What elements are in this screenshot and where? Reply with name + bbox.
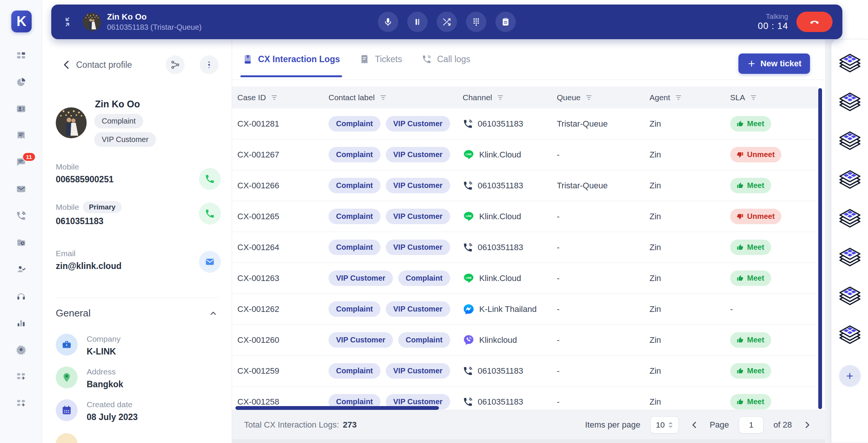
call-mobile-button[interactable] <box>199 168 221 190</box>
new-ticket-button[interactable]: New ticket <box>738 53 810 74</box>
page-number-input[interactable]: 1 <box>739 416 764 434</box>
tab-tickets[interactable]: Tickets <box>359 39 402 79</box>
collapse-call-bar-icon[interactable] <box>61 15 74 28</box>
channel-cell: LINEKlink.Cloud <box>463 272 557 284</box>
interaction-stack-item[interactable] <box>838 246 862 270</box>
agent-cell: Zin <box>649 366 730 376</box>
interaction-stack-item[interactable] <box>838 130 862 154</box>
case-id-cell: CX-001281 <box>237 119 329 129</box>
collapse-chevron-icon[interactable] <box>208 309 218 318</box>
tab-cx-interaction-logs[interactable]: CX Interaction Logs <box>243 39 340 79</box>
tab-call-logs[interactable]: Call logs <box>422 39 470 79</box>
interaction-stack-item[interactable] <box>838 91 862 115</box>
transfer-shuffle-button[interactable] <box>437 12 457 32</box>
hangup-button[interactable] <box>796 12 833 32</box>
email-value: zin@klink.cloud <box>56 261 122 271</box>
interaction-stack-item[interactable] <box>838 324 862 348</box>
table-row[interactable]: CX-001265 ComplaintVIP Customer LINEKlin… <box>232 201 818 232</box>
contacts-icon[interactable] <box>15 103 27 115</box>
dialpad-button[interactable] <box>466 12 486 32</box>
call-notes-button[interactable] <box>495 12 516 32</box>
phone-channel-icon <box>463 366 473 376</box>
filter-icon <box>675 95 682 100</box>
call-status: Talking 00 : 14 <box>758 12 788 31</box>
settings-gear-icon[interactable] <box>15 344 27 355</box>
queue-cell: Tristar-Queue <box>557 181 649 191</box>
contact-label-pill: Complaint <box>329 363 381 379</box>
thumbs-up-icon <box>737 244 743 251</box>
dashboard-icon[interactable] <box>15 50 27 61</box>
table-row[interactable]: CX-001263 VIP CustomerComplaint LINEKlin… <box>232 263 818 294</box>
interaction-stack-item[interactable] <box>838 285 862 309</box>
tabs-row: CX Interaction LogsTicketsCall logs <box>232 39 825 80</box>
merge-contact-button[interactable] <box>166 55 185 74</box>
thumbs-up-icon <box>737 337 743 343</box>
call-primary-button[interactable] <box>199 203 221 225</box>
apps-add-icon-2[interactable] <box>15 397 27 409</box>
agent-status-icon[interactable] <box>15 264 27 275</box>
table-row[interactable]: CX-001260 VIP CustomerComplaint Klinkclo… <box>232 325 818 356</box>
more-options-button[interactable] <box>200 55 219 74</box>
interaction-stack-item[interactable] <box>838 169 862 193</box>
filter-icon <box>750 95 756 100</box>
add-button[interactable]: + <box>839 365 861 387</box>
contact-label-pill: VIP Customer <box>386 116 450 131</box>
hold-pause-button[interactable] <box>407 12 428 32</box>
next-page-button[interactable] <box>802 419 813 431</box>
column-header-contact-label[interactable]: Contact label <box>329 93 463 102</box>
contact-label-cell: ComplaintVIP Customer <box>329 240 463 255</box>
interaction-stack-item[interactable] <box>838 208 862 232</box>
call-status-label: Talking <box>758 12 788 21</box>
send-email-button[interactable] <box>199 251 221 273</box>
case-id-cell: CX-001265 <box>237 212 329 222</box>
queue-cell: - <box>557 397 649 407</box>
contact-label-pill: VIP Customer <box>386 209 450 224</box>
agent-cell: Zin <box>649 273 730 283</box>
sla-cell: Meet <box>730 394 818 409</box>
call-timer: 00 : 14 <box>758 21 788 31</box>
horizontal-scrollbar[interactable] <box>235 406 439 410</box>
column-header-queue[interactable]: Queue <box>557 93 649 102</box>
sla-cell: - <box>730 304 818 314</box>
mute-microphone-button[interactable] <box>378 12 398 32</box>
layers-icon <box>838 91 862 113</box>
feed-icon[interactable] <box>15 130 27 141</box>
column-header-case-id[interactable]: Case ID <box>237 93 329 102</box>
mail-icon[interactable] <box>15 183 27 195</box>
items-per-page-select[interactable]: 10 <box>650 416 679 434</box>
channel-name: Klinkcloud <box>479 335 517 345</box>
sla-meet-badge: Meet <box>730 270 771 286</box>
app-logo[interactable]: K <box>11 11 32 32</box>
bar-chart-icon[interactable] <box>15 317 27 328</box>
interaction-stack-item[interactable] <box>838 52 862 76</box>
layers-icon <box>838 246 862 268</box>
column-header-sla[interactable]: SLA <box>730 93 818 102</box>
call-history-icon[interactable] <box>15 237 27 248</box>
table-row[interactable]: CX-001267 ComplaintVIP Customer LINEKlin… <box>232 139 818 170</box>
pie-chart-icon[interactable] <box>15 76 27 88</box>
phone-call-icon[interactable] <box>15 210 27 222</box>
svg-text:LINE: LINE <box>466 153 472 156</box>
channel-name: 0610351183 <box>478 181 523 191</box>
vertical-scrollbar[interactable] <box>818 88 822 409</box>
apps-add-icon[interactable] <box>15 371 27 382</box>
column-header-channel[interactable]: Channel <box>463 93 557 102</box>
channel-cell: 0610351183 <box>463 119 557 129</box>
channel-name: 0610351183 <box>478 243 523 252</box>
svg-text:LINE: LINE <box>466 214 472 217</box>
headset-icon[interactable] <box>15 290 27 302</box>
table-header: Case IDContact labelChannelQueueAgentSLA <box>232 87 818 108</box>
channel-cell: 0610351183 <box>463 242 557 253</box>
table-row[interactable]: CX-001259 ComplaintVIP Customer 06103511… <box>232 356 818 386</box>
back-icon[interactable] <box>60 58 73 71</box>
chat-icon[interactable]: 11 <box>15 157 27 168</box>
table-row[interactable]: CX-001281 ComplaintVIP Customer 06103511… <box>232 108 818 139</box>
prev-page-button[interactable] <box>689 419 700 431</box>
address-item: Address Bangkok <box>56 367 123 390</box>
contact-name: Zin Ko Oo <box>95 99 140 110</box>
column-header-agent[interactable]: Agent <box>649 93 730 102</box>
table-row[interactable]: CX-001266 ComplaintVIP Customer 06103511… <box>232 170 818 201</box>
table-row[interactable]: CX-001262 ComplaintVIP Customer K-Link T… <box>232 294 818 325</box>
total-value: 273 <box>343 420 357 430</box>
table-row[interactable]: CX-001264 ComplaintVIP Customer 06103511… <box>232 232 818 263</box>
